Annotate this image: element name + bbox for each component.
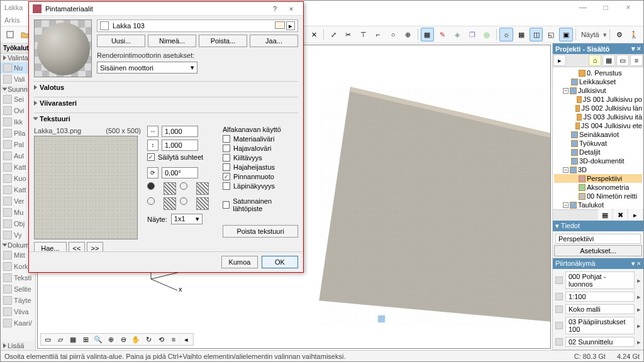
next-texture-button[interactable]: >> [87,242,103,251]
sample-dropdown[interactable]: 1x1▾ [171,214,203,224]
window-minimize[interactable]: — [572,3,594,12]
vp-btn-11[interactable]: ≡ [168,334,179,344]
tree-item[interactable]: JS 004 Julkisivu ete [554,121,642,130]
toolbar-show-label[interactable]: Näytä [581,31,599,38]
alpha-option[interactable]: Materiaaliväri [223,135,298,143]
toolbox-item[interactable]: Teksti [1,272,35,283]
share-button[interactable]: Jaa... [250,35,298,47]
toolbar-e-icon[interactable]: ⌐ [371,28,385,41]
tiedot-settings-button[interactable]: Asetukset... [554,245,642,256]
dialog-close-button[interactable]: × [283,5,299,13]
piirto-row[interactable]: 03 Pääpiirustukset 100▸ [554,315,642,336]
toolbox-item[interactable]: Täyte [1,295,35,306]
alpha-option[interactable]: Hajavaloväri [223,145,298,152]
vp-orbit-icon[interactable]: ↻ [143,334,154,344]
tree-item[interactable]: Aksonometria [554,183,642,192]
tile-radio-1[interactable] [147,182,155,190]
texture-angle-input[interactable]: 0,00° [162,167,198,178]
toolbox-more[interactable]: Lisää [8,342,24,349]
window-maximize[interactable]: □ [594,3,617,12]
tree-item[interactable]: Työkuvat [554,139,642,148]
nav-tab-4[interactable]: ▭ [616,55,629,66]
tree-item[interactable]: Seinäkaaviot [554,130,642,139]
vp-btn-2[interactable]: ▱ [55,334,66,344]
exposure-section[interactable]: Valotus [34,81,298,93]
texture-height-input[interactable]: 1,000 [162,140,198,151]
keep-ratio-checkbox[interactable] [147,153,155,161]
material-menu-icon[interactable]: ▸ [286,21,295,30]
toolbar-gear-icon[interactable]: ⚙ [613,28,626,41]
alpha-checkbox[interactable] [223,145,230,152]
toolbar-d-icon[interactable]: ⊤ [357,28,370,41]
new-button[interactable]: Uusi... [97,35,145,47]
toolbar-sun-icon[interactable]: ☼ [499,28,513,41]
tree-item[interactable]: Leikkaukset [554,77,642,86]
toolbox-item[interactable]: Viiva [1,306,35,317]
alpha-checkbox[interactable] [223,173,230,180]
tree-item[interactable]: 3D-dokumentit [554,156,642,165]
material-name-field[interactable]: Lakka 103 ▸ [97,19,298,32]
toolbar-c-icon[interactable]: ✂ [341,28,355,41]
toolbar-g-icon[interactable]: ⊕ [401,28,415,41]
alpha-option[interactable]: Pinnanmuoto [223,173,298,180]
tile-opt-1[interactable] [164,182,176,195]
toolbar-layer-icon[interactable]: ▦ [421,28,435,41]
alpha-checkbox[interactable] [223,135,230,143]
pin-icon[interactable]: ▾ × [631,45,641,53]
tree-item[interactable]: −3D [554,165,642,174]
vp-btn-3[interactable]: ▦ [67,334,79,344]
toolbar-b-icon[interactable]: ⤢ [326,28,340,41]
tile-radio-2[interactable] [180,182,187,190]
tree-item[interactable]: −Taulukot [554,200,642,209]
tree-item[interactable]: −Julkisivut [554,86,642,95]
tree-item[interactable]: 00 Nimetön reitti [554,192,642,200]
dialog-help-button[interactable]: ? [267,5,283,13]
vp-zoom-icon[interactable]: 🔍 [92,334,104,344]
tile-radio-3[interactable] [147,197,155,205]
window-close[interactable]: × [617,3,640,12]
toolbar-view4-icon[interactable]: ▣ [559,28,573,41]
vp-btn-4[interactable]: ⊞ [80,334,91,344]
tile-radio-4[interactable] [180,197,187,205]
remove-texture-button[interactable]: Poista tekstuuri [223,225,298,238]
delete-button[interactable]: Poista... [199,35,247,47]
navigator-tree[interactable]: 0. PerustusLeikkaukset−JulkisivutJS 001 … [553,67,643,209]
tile-opt-3[interactable] [164,197,176,210]
toolbar-f-icon[interactable]: ○ [386,28,400,41]
toolbox-item[interactable]: Selite [1,283,35,295]
tree-item[interactable]: JS 001 Julkisivu po [554,95,642,104]
hatch-section[interactable]: Viivarasteri [34,97,298,109]
toolbar-walk-icon[interactable]: 🚶 [627,28,641,41]
tree-item[interactable]: 0. Perustus [554,69,642,77]
browse-button[interactable]: Hae... [34,242,67,251]
piirto-row[interactable]: Koko malli▸ [554,303,642,315]
tree-item[interactable]: JS 002 Julkisivu län [554,104,642,112]
texture-section[interactable]: Tekstuuri [34,112,298,124]
nav-tab-5[interactable]: ≡ [630,55,643,66]
vp-btn-12[interactable]: ◂ [180,334,192,344]
vp-pan-icon[interactable]: ✋ [130,334,142,344]
piirto-row[interactable]: 1:100▸ [554,290,642,303]
nav-tab-2[interactable]: ⌂ [589,55,601,66]
alpha-checkbox[interactable] [223,154,230,162]
random-origin-checkbox[interactable] [223,201,230,209]
alpha-option[interactable]: Läpinäkyvyys [223,182,298,190]
tile-opt-4[interactable] [196,197,209,210]
toolbox-item[interactable]: Kaari/ [1,317,35,329]
toolbar-view1-icon[interactable]: ▦ [514,28,528,41]
alpha-option[interactable]: Kiiltävyys [223,154,298,162]
piirto-row[interactable]: 02 Suunnittelu▸ [554,336,642,348]
engine-dropdown[interactable]: Sisäinen moottori▾ [97,62,197,74]
alpha-option[interactable]: Hajaheijastus [223,163,298,171]
rename-button[interactable]: Nimeä... [148,35,196,47]
toolbar-view2-icon[interactable]: ◫ [530,28,543,41]
toolbar-new-icon[interactable] [3,28,17,41]
toolbar-view3-icon[interactable]: ◱ [544,28,558,41]
toolbar-target-icon[interactable]: ◎ [480,28,494,41]
tree-item[interactable]: Perspektiivi [554,174,642,183]
piirto-row[interactable]: 000 Pohjat - luonnos▸ [554,270,642,290]
toolbar-cube-icon[interactable]: ◈ [450,28,464,41]
material-color-chip[interactable] [275,21,285,29]
tree-item[interactable]: JS 003 Julkisivu itä [554,112,642,121]
toolbar-paint-icon[interactable]: ✎ [435,28,449,41]
